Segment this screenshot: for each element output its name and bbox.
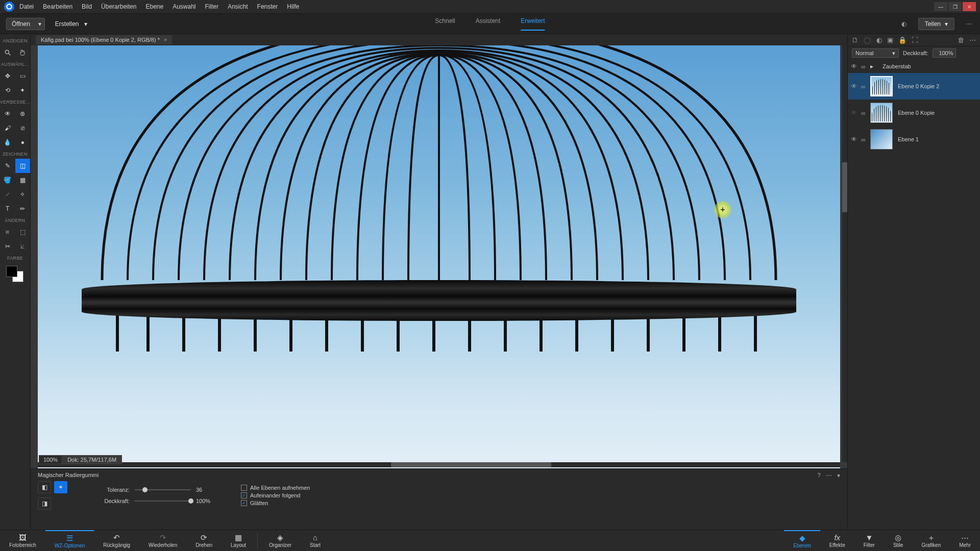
bb-drehen[interactable]: ⟳Drehen (186, 530, 222, 551)
create-button[interactable]: Erstellen ▾ (55, 20, 87, 28)
eraser-tool[interactable]: ◫ (15, 159, 31, 173)
tolerance-value[interactable]: 36 (196, 487, 215, 493)
menu-bearbeiten[interactable]: Bearbeiten (43, 3, 72, 10)
new-group-icon[interactable]: ◯ (864, 36, 871, 44)
brush-tool[interactable]: ✎ (0, 159, 15, 173)
adjustment-row[interactable]: 👁 ∞ ▸ Zauberstab (848, 60, 980, 73)
tab-assistent[interactable]: Assistent (476, 17, 501, 31)
panel-overflow-icon[interactable]: ⋯ (969, 36, 976, 44)
blur-tool[interactable]: 💧 (0, 135, 15, 149)
panel-menu-icon[interactable]: ⋯ (826, 472, 832, 479)
window-restore-button[interactable]: ❐ (948, 2, 962, 11)
eraser-variant-background[interactable]: ◨ (38, 497, 51, 510)
expand-arrow-icon[interactable]: ▸ (870, 63, 877, 70)
tolerance-slider[interactable] (135, 489, 191, 490)
pencil-tool[interactable]: ✏ (15, 202, 31, 216)
bb-ebenen[interactable]: ◆Ebenen (784, 530, 820, 551)
layer-row-2[interactable]: 👁 ∞ Ebene 1 (848, 126, 980, 153)
layer-name-label[interactable]: Ebene 0 Kopie (896, 110, 977, 116)
bb-start[interactable]: ⌂Start (301, 530, 330, 551)
visibility-toggle-icon[interactable]: 👁 (851, 63, 858, 70)
gradient-tool[interactable]: ▦ (15, 173, 31, 187)
bb-stile[interactable]: ◎Stile (884, 530, 912, 551)
link-small-icon[interactable]: ∞ (861, 83, 867, 89)
checkbox-aufeinander[interactable]: ✓Aufeinander folgend (241, 492, 310, 498)
link-small-icon[interactable]: ∞ (861, 136, 867, 142)
bb-grafiken[interactable]: ＋Grafiken (912, 530, 950, 551)
open-button[interactable]: Öffnen (6, 18, 36, 30)
clone-stamp-tool[interactable]: ⎚ (15, 121, 31, 135)
menu-ansicht[interactable]: Ansicht (228, 3, 248, 10)
link-small-icon[interactable]: ∞ (861, 63, 867, 69)
redeye-tool[interactable]: 👁 (0, 107, 15, 121)
layer-thumbnail[interactable] (870, 103, 893, 123)
bb-effekte[interactable]: fxEffekte (820, 530, 854, 551)
magic-wand-tool[interactable]: ✦ (15, 83, 31, 97)
menu-bild[interactable]: Bild (82, 3, 92, 10)
overflow-menu-icon[interactable]: ⋯ (964, 19, 974, 29)
layer-row-1[interactable]: 👁 ∞ Ebene 0 Kopie (848, 99, 980, 126)
theme-toggle-icon[interactable]: ◐ (899, 19, 909, 29)
lock-icon[interactable]: 🔒 (898, 36, 906, 44)
menu-ebene[interactable]: Ebene (145, 3, 163, 10)
menu-auswahl[interactable]: Auswahl (173, 3, 195, 10)
smart-brush-tool[interactable]: 🖌 (0, 121, 15, 135)
visibility-toggle-icon[interactable]: 👁 (851, 83, 858, 90)
opacity-value[interactable]: 100% (196, 498, 215, 504)
tab-erweitert[interactable]: Erweitert (521, 17, 545, 31)
checkbox-alle-ebenen[interactable]: Alle Ebenen aufnehmen (241, 485, 310, 491)
crop-tool[interactable]: ⌗ (0, 225, 15, 239)
type-tool[interactable]: T (0, 202, 15, 216)
bb-wz-optionen[interactable]: ☰WZ-Optionen (45, 530, 94, 551)
spot-heal-tool[interactable]: ⊛ (15, 107, 31, 121)
bb-filter[interactable]: ▼Filter (854, 530, 884, 551)
shape-tool[interactable]: ✧ (15, 187, 31, 202)
window-close-button[interactable]: ✕ (963, 2, 976, 11)
canvas[interactable] (38, 45, 840, 514)
horizontal-scrollbar-thumb[interactable] (391, 462, 551, 467)
visibility-toggle-icon[interactable]: 👁 (851, 136, 858, 143)
menu-hilfe[interactable]: Hilfe (287, 3, 299, 10)
eraser-variant-magic[interactable]: ✦ (54, 481, 67, 493)
paint-bucket-tool[interactable]: 🪣 (0, 173, 15, 187)
adjustment-layer-icon[interactable]: ◐ (876, 36, 882, 44)
hand-tool[interactable] (15, 45, 31, 60)
mask-icon[interactable]: ▣ (887, 36, 893, 44)
vertical-scrollbar-thumb[interactable] (842, 162, 847, 212)
horizontal-scrollbar[interactable] (38, 462, 840, 467)
share-button[interactable]: Teilen ▾ (918, 18, 954, 30)
eraser-variant-standard[interactable]: ◧ (38, 481, 51, 493)
visibility-toggle-icon[interactable]: 👁 (851, 109, 858, 116)
eyedropper-tool[interactable]: ⟋ (0, 187, 15, 202)
recompose-tool[interactable]: ⬚ (15, 225, 31, 239)
straighten-tool[interactable]: ⟀ (15, 239, 31, 254)
bb-rueckgaengig[interactable]: ↶Rückgängig (94, 530, 139, 551)
menu-fenster[interactable]: Fenster (257, 3, 278, 10)
panel-collapse-icon[interactable]: ▾ (837, 472, 840, 479)
layer-thumbnail[interactable] (870, 76, 893, 96)
document-tab-close-icon[interactable]: × (164, 37, 167, 43)
bb-wiederholen[interactable]: ↷Wiederholen (139, 530, 186, 551)
open-dropdown-arrow[interactable]: ▾ (35, 18, 45, 30)
layer-opacity-input[interactable]: 100% (933, 48, 956, 58)
new-layer-icon[interactable]: 🗋 (852, 36, 859, 44)
bb-mehr[interactable]: ⋯Mehr (950, 530, 980, 551)
content-aware-move-tool[interactable]: ✂ (0, 239, 15, 254)
layer-name-label[interactable]: Ebene 0 Kopie 2 (896, 83, 977, 89)
sponge-tool[interactable]: ● (15, 135, 31, 149)
window-minimize-button[interactable]: — (934, 2, 947, 11)
layer-name-label[interactable]: Ebene 1 (896, 136, 977, 142)
layer-thumbnail[interactable] (870, 129, 893, 149)
delete-layer-icon[interactable]: 🗑 (958, 36, 964, 44)
tab-schnell[interactable]: Schnell (435, 17, 455, 31)
link-small-icon[interactable]: ∞ (861, 110, 867, 116)
layer-row-0[interactable]: 👁 ∞ Ebene 0 Kopie 2 (848, 73, 980, 99)
help-icon[interactable]: ? (817, 472, 821, 479)
menu-ueberarbeiten[interactable]: Überarbeiten (101, 3, 136, 10)
link-icon[interactable]: ⛶ (912, 36, 918, 44)
menu-filter[interactable]: Filter (205, 3, 219, 10)
move-tool[interactable]: ✥ (0, 69, 15, 83)
opacity-slider[interactable] (135, 500, 191, 502)
lasso-tool[interactable]: ⟲ (0, 83, 15, 97)
bb-layout[interactable]: ▦Layout (222, 530, 255, 551)
